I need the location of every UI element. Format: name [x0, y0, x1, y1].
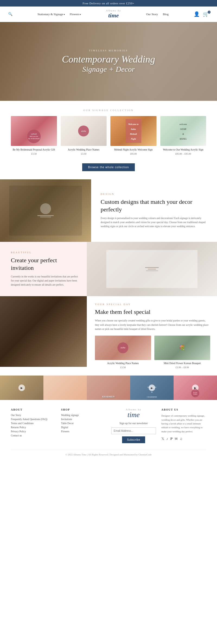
product-price-2: £85.00	[110, 152, 157, 155]
copyright-text: © 2022 Albums Time | All Rights Reserved…	[65, 453, 152, 456]
design-text-block: DESIGN Custom designs that match your de…	[91, 179, 217, 242]
invitation-text-block: BEAUTIFUL Create your perfect invitation…	[0, 242, 87, 296]
nav-link-flowers[interactable]: Flowers	[70, 12, 81, 16]
hero-content: TIMELESS MEMORIES Contemporary Wedding S…	[62, 49, 155, 74]
footer-newsletter-col: Albums by time Sign up for our newslette…	[111, 408, 156, 443]
special-day-image	[0, 296, 87, 367]
special-product-image-1: 💐	[154, 336, 210, 360]
design-section: DESIGN Custom designs that match your de…	[0, 179, 217, 242]
invitation-image	[87, 242, 217, 296]
footer-about-link-5[interactable]: Contact us	[11, 434, 56, 437]
design-body-text: Every design is personalised to your wed…	[101, 216, 209, 229]
nav-link-stationary[interactable]: Stationary & Signage	[37, 12, 65, 16]
video-thumb-1[interactable]	[43, 376, 87, 400]
newsletter-email-input[interactable]	[111, 427, 156, 434]
social-icon-pinterest[interactable]: 𝐏	[170, 437, 173, 441]
browse-collection-button[interactable]: Browse the whole collection	[82, 163, 135, 171]
special-product-name-1: Mini Dried Flower Korean Bouquet	[154, 362, 210, 365]
special-day-category: YOUR SPECIAL DAY	[95, 303, 210, 306]
footer-about-link-2[interactable]: Terms and Conditions	[11, 422, 56, 425]
design-image	[0, 179, 91, 242]
invitation-heading: Create your perfect invitation	[11, 257, 80, 271]
nav-links: Stationary & Signage Flowers	[37, 12, 81, 16]
products-grid: sadiyahWill you bemy bridesmaid Be My Br…	[11, 116, 206, 155]
footer-about-link-4[interactable]: Privacy Policy	[11, 430, 56, 433]
footer-about-heading: ABOUT	[11, 408, 56, 411]
design-heading: Custom designs that match your decor per…	[101, 198, 209, 213]
product-price-1: £3.50	[61, 152, 107, 155]
special-product-0[interactable]: aisha Acrylic Wedding Place Names £3.50	[95, 336, 151, 369]
footer: ABOUT Our Story Frequently Asked Questio…	[0, 400, 217, 461]
special-product-1[interactable]: 💐 Mini Dried Flower Korean Bouquet £3.99…	[154, 336, 210, 369]
hero-title-line1: Contemporary Wedding	[62, 54, 155, 65]
product-name-0: Be My Bridesmaid Proposal Acrylic Gift	[11, 148, 57, 151]
product-image-0: sadiyahWill you bemy bridesmaid	[11, 116, 57, 146]
footer-shop-heading: SHOP	[61, 408, 106, 411]
video-thumb-0[interactable]: ▶	[0, 376, 43, 400]
footer-shop-link-4[interactable]: Flowers	[61, 430, 106, 433]
special-product-price-1: £3.99 – £8.99	[154, 366, 210, 369]
video-thumb-3[interactable]: ▶ KRISTIAN&CHARMINE	[130, 376, 174, 400]
signage-section: OUR SIGNAGE COLLECTION sadiyahWill you b…	[0, 101, 217, 179]
social-icon-music[interactable]: ♫	[180, 437, 183, 441]
social-icon-twitter[interactable]: 𝕏	[161, 437, 164, 441]
product-image-2: Welcome toIndasMehndiNight	[110, 116, 157, 146]
site-logo[interactable]: time	[106, 12, 121, 19]
footer-about-link-1[interactable]: Frequently Asked Questions (FAQ)	[11, 418, 56, 421]
footer-shop-col: SHOP Wedding signage Invitations Table D…	[61, 408, 106, 443]
special-product-name-0: Acrylic Wedding Place Names	[95, 362, 151, 365]
social-icon-email[interactable]: ✉	[175, 437, 178, 441]
footer-about-link-3[interactable]: Returns Policy	[11, 426, 56, 429]
special-product-price-0: £3.50	[95, 366, 151, 369]
invitation-category-label: BEAUTIFUL	[11, 251, 80, 254]
special-day-content: YOUR SPECIAL DAY Make them feel special …	[87, 296, 217, 376]
hero-section: TIMELESS MEMORIES Contemporary Wedding S…	[0, 22, 217, 101]
footer-social-icons: 𝕏 ♪ 𝐏 ✉ ♫	[161, 437, 206, 442]
footer-about-us-col: ABOUT US Designer of contemporary weddin…	[161, 408, 206, 443]
product-card-2[interactable]: Welcome toIndasMehndiNight Mehndi Night …	[110, 116, 157, 155]
invitation-body-text: Currently in the works is our beautiful …	[11, 275, 80, 287]
product-name-1: Acrylic Wedding Place Names	[61, 148, 107, 151]
navigation: 🔍 Stationary & Signage Flowers Albums by…	[0, 7, 217, 22]
cart-icon[interactable]: 🛒0	[203, 11, 209, 17]
search-icon[interactable]: 🔍	[8, 12, 12, 16]
product-image-1: aisha	[61, 116, 107, 146]
footer-about-col: ABOUT Our Story Frequently Asked Questio…	[11, 408, 56, 443]
footer-shop-link-3[interactable]: Digital	[61, 426, 106, 429]
product-name-2: Mehndi Night Acrylic Welcome Sign	[110, 148, 157, 151]
hero-subtitle: TIMELESS MEMORIES	[62, 49, 155, 52]
footer-about-link-0[interactable]: Our Story	[11, 414, 56, 417]
product-price-3: £85.00 – £95.00	[160, 152, 206, 155]
nav-logo-block[interactable]: Albums by time	[106, 9, 121, 19]
product-name-3: Welcome to Our Wedding Acrylic Sign	[160, 148, 206, 151]
invitation-section: BEAUTIFUL Create your perfect invitation…	[0, 242, 217, 296]
footer-about-us-heading: ABOUT US	[161, 408, 206, 411]
cart-count: 0	[208, 11, 210, 14]
footer-top: ABOUT Our Story Frequently Asked Questio…	[11, 408, 206, 443]
play-button-0[interactable]: ▶	[18, 384, 25, 391]
special-day-section: YOUR SPECIAL DAY Make them feel special …	[0, 296, 217, 376]
nav-link-blog[interactable]: Blog	[163, 12, 168, 16]
footer-shop-link-1[interactable]: Invitations	[61, 418, 106, 421]
social-icon-tiktok[interactable]: ♪	[166, 437, 168, 441]
subscribe-button[interactable]: Subscribe	[122, 436, 145, 443]
special-day-heading: Make them feel special	[95, 308, 210, 315]
footer-shop-link-2[interactable]: Table Decor	[61, 422, 106, 425]
footer-shop-link-0[interactable]: Wedding signage	[61, 414, 106, 417]
newsletter-label: Sign up for our newsletter	[111, 422, 156, 425]
special-product-image-0: aisha	[95, 336, 151, 360]
footer-copyright: © 2022 Albums Time | All Rights Reserved…	[11, 450, 206, 456]
product-price-0: £3.50	[11, 152, 57, 155]
signage-section-label: OUR SIGNAGE COLLECTION	[11, 109, 206, 112]
video-row: ▶ KHARMIEN ▶ KRISTIAN&CHARMINE ▶ be mybr…	[0, 376, 217, 400]
design-category-label: DESIGN	[101, 193, 209, 195]
product-card-3[interactable]: welcomeOZAIR&MANEL Welcome to Our Weddin…	[160, 116, 206, 155]
video-thumb-2[interactable]: KHARMIEN	[87, 376, 130, 400]
product-card-1[interactable]: aisha Acrylic Wedding Place Names £3.50	[61, 116, 107, 155]
product-card-0[interactable]: sadiyahWill you bemy bridesmaid Be My Br…	[11, 116, 57, 155]
account-icon[interactable]: 👤	[194, 11, 200, 17]
nav-link-our-story[interactable]: Our Story	[146, 12, 158, 16]
top-banner: Free Delivery on all orders over £250+	[0, 0, 217, 7]
banner-text: Free Delivery on all orders over £250+	[83, 2, 135, 5]
video-thumb-4[interactable]: ▶ be mybrides	[174, 376, 217, 400]
